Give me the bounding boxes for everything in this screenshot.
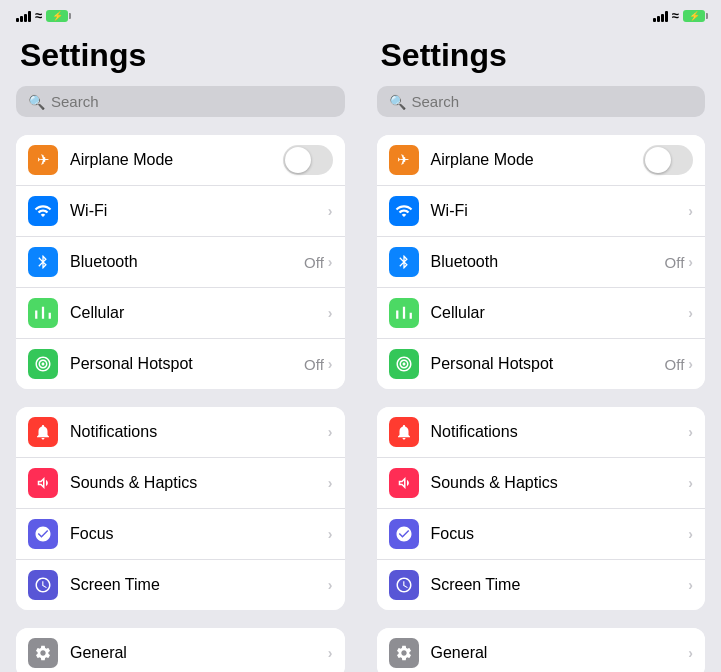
search-icon-right: 🔍 (389, 94, 406, 110)
wifi-icon-right: ≈ (672, 8, 679, 23)
settings-group-2-left: Notifications › Sounds & Haptics › Focus… (16, 407, 345, 610)
search-input-left[interactable] (51, 93, 333, 110)
bt-label-left: Bluetooth (70, 253, 304, 271)
settings-group-1-right: Airplane Mode Wi-Fi › Bluetooth Off › (377, 135, 706, 389)
settings-group-1-left: Airplane Mode Wi-Fi › Bluetooth Off › (16, 135, 345, 389)
status-left: ≈ ⚡ (16, 8, 68, 23)
chevron-general-right: › (688, 645, 693, 661)
screentime-icon-right (389, 570, 419, 600)
signal-bars-left (16, 10, 31, 22)
bt-label-right: Bluetooth (431, 253, 665, 271)
row-general-right[interactable]: General › (377, 628, 706, 672)
row-general-left[interactable]: General › (16, 628, 345, 672)
sounds-label-left: Sounds & Haptics (70, 474, 328, 492)
chevron-notif-left: › (328, 424, 333, 440)
chevron-wifi-left: › (328, 203, 333, 219)
row-notifications-left[interactable]: Notifications › (16, 407, 345, 458)
chevron-cellular-left: › (328, 305, 333, 321)
row-notifications-right[interactable]: Notifications › (377, 407, 706, 458)
screentime-label-left: Screen Time (70, 576, 328, 594)
battery-right: ⚡ (683, 10, 705, 22)
notif-icon-left (28, 417, 58, 447)
chevron-wifi-right: › (688, 203, 693, 219)
row-sounds-left[interactable]: Sounds & Haptics › (16, 458, 345, 509)
airplane-label-left: Airplane Mode (70, 151, 283, 169)
row-focus-left[interactable]: Focus › (16, 509, 345, 560)
settings-group-3-left: General › (16, 628, 345, 672)
top-bar: ≈ ⚡ ≈ ⚡ (0, 0, 721, 27)
chevron-screentime-right: › (688, 577, 693, 593)
row-focus-right[interactable]: Focus › (377, 509, 706, 560)
chevron-sounds-right: › (688, 475, 693, 491)
chevron-cellular-right: › (688, 305, 693, 321)
wifi-label-right: Wi-Fi (431, 202, 689, 220)
row-cellular-left[interactable]: Cellular › (16, 288, 345, 339)
bt-icon-right (389, 247, 419, 277)
chevron-screentime-left: › (328, 577, 333, 593)
screentime-label-right: Screen Time (431, 576, 689, 594)
row-bluetooth-left[interactable]: Bluetooth Off › (16, 237, 345, 288)
settings-group-2-right: Notifications › Sounds & Haptics › Focus… (377, 407, 706, 610)
general-icon-right (389, 638, 419, 668)
row-airplane-left[interactable]: Airplane Mode (16, 135, 345, 186)
row-airplane-right[interactable]: Airplane Mode (377, 135, 706, 186)
focus-label-right: Focus (431, 525, 689, 543)
cellular-label-right: Cellular (431, 304, 689, 322)
row-screentime-right[interactable]: Screen Time › (377, 560, 706, 610)
bt-value-left: Off (304, 254, 324, 271)
hotspot-value-left: Off (304, 356, 324, 373)
chevron-hotspot-left: › (328, 356, 333, 372)
search-input-right[interactable] (412, 93, 694, 110)
hotspot-value-right: Off (665, 356, 685, 373)
status-right: ≈ ⚡ (653, 8, 705, 23)
wifi-icon-left: ≈ (35, 8, 42, 23)
chevron-focus-left: › (328, 526, 333, 542)
airplane-toggle-right[interactable] (643, 145, 693, 175)
settings-group-3-right: General › (377, 628, 706, 672)
screentime-icon-left (28, 570, 58, 600)
airplane-icon-left (28, 145, 58, 175)
panels-container: Settings 🔍 Airplane Mode Wi-Fi › (0, 27, 721, 672)
panel-title-left: Settings (16, 37, 345, 74)
wifi-row-icon-right (389, 196, 419, 226)
general-label-right: General (431, 644, 689, 662)
hotspot-icon-right (389, 349, 419, 379)
search-bar-right[interactable]: 🔍 (377, 86, 706, 117)
row-wifi-left[interactable]: Wi-Fi › (16, 186, 345, 237)
notif-label-left: Notifications (70, 423, 328, 441)
sound-icon-left (28, 468, 58, 498)
row-hotspot-left[interactable]: Personal Hotspot Off › (16, 339, 345, 389)
row-bluetooth-right[interactable]: Bluetooth Off › (377, 237, 706, 288)
focus-label-left: Focus (70, 525, 328, 543)
hotspot-label-right: Personal Hotspot (431, 355, 665, 373)
chevron-focus-right: › (688, 526, 693, 542)
airplane-toggle-left[interactable] (283, 145, 333, 175)
cellular-icon-right (389, 298, 419, 328)
row-screentime-left[interactable]: Screen Time › (16, 560, 345, 610)
row-wifi-right[interactable]: Wi-Fi › (377, 186, 706, 237)
search-bar-left[interactable]: 🔍 (16, 86, 345, 117)
general-icon-left (28, 638, 58, 668)
chevron-sounds-left: › (328, 475, 333, 491)
bt-icon-left (28, 247, 58, 277)
sound-icon-right (389, 468, 419, 498)
wifi-row-icon-left (28, 196, 58, 226)
signal-bars-right (653, 10, 668, 22)
hotspot-label-left: Personal Hotspot (70, 355, 304, 373)
cellular-icon-left (28, 298, 58, 328)
row-hotspot-right[interactable]: Personal Hotspot Off › (377, 339, 706, 389)
battery-left: ⚡ (46, 10, 68, 22)
chevron-notif-right: › (688, 424, 693, 440)
chevron-hotspot-right: › (688, 356, 693, 372)
panel-left: Settings 🔍 Airplane Mode Wi-Fi › (0, 27, 361, 672)
airplane-label-right: Airplane Mode (431, 151, 644, 169)
row-cellular-right[interactable]: Cellular › (377, 288, 706, 339)
hotspot-icon-left (28, 349, 58, 379)
panel-title-right: Settings (377, 37, 706, 74)
bt-value-right: Off (665, 254, 685, 271)
row-sounds-right[interactable]: Sounds & Haptics › (377, 458, 706, 509)
airplane-icon-right (389, 145, 419, 175)
wifi-label-left: Wi-Fi (70, 202, 328, 220)
panel-right: Settings 🔍 Airplane Mode Wi-Fi › (361, 27, 722, 672)
sounds-label-right: Sounds & Haptics (431, 474, 689, 492)
